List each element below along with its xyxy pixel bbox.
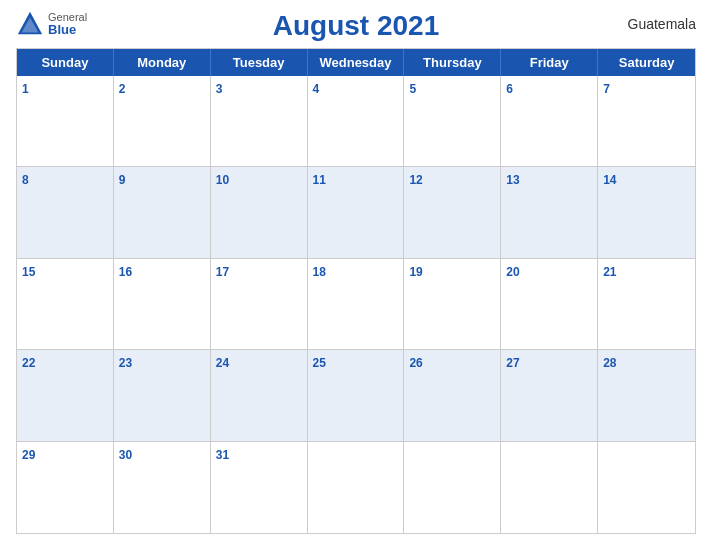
day-cell-1-0: 8 <box>17 167 114 258</box>
day-cell-4-4 <box>404 442 501 533</box>
date-number: 30 <box>119 448 132 462</box>
date-number: 14 <box>603 173 616 187</box>
day-cell-0-5: 6 <box>501 76 598 167</box>
day-cell-3-6: 28 <box>598 350 695 441</box>
day-cell-4-6 <box>598 442 695 533</box>
day-cell-1-5: 13 <box>501 167 598 258</box>
week-row-4: 22232425262728 <box>17 350 695 441</box>
day-cell-0-0: 1 <box>17 76 114 167</box>
date-number: 9 <box>119 173 126 187</box>
logo-area: General Blue <box>16 10 87 38</box>
date-number: 29 <box>22 448 35 462</box>
date-number: 5 <box>409 82 416 96</box>
date-number: 7 <box>603 82 610 96</box>
day-header-monday: Monday <box>114 49 211 76</box>
date-number: 31 <box>216 448 229 462</box>
date-number: 4 <box>313 82 320 96</box>
day-cell-2-0: 15 <box>17 259 114 350</box>
date-number: 28 <box>603 356 616 370</box>
date-number: 10 <box>216 173 229 187</box>
day-cell-0-6: 7 <box>598 76 695 167</box>
date-number: 21 <box>603 265 616 279</box>
day-cell-1-3: 11 <box>308 167 405 258</box>
day-cell-0-3: 4 <box>308 76 405 167</box>
date-number: 27 <box>506 356 519 370</box>
date-number: 3 <box>216 82 223 96</box>
day-cell-4-3 <box>308 442 405 533</box>
calendar-container: General Blue August 2021 Guatemala Sunda… <box>0 0 712 550</box>
day-cell-0-1: 2 <box>114 76 211 167</box>
date-number: 19 <box>409 265 422 279</box>
date-number: 15 <box>22 265 35 279</box>
day-cell-2-6: 21 <box>598 259 695 350</box>
week-row-2: 891011121314 <box>17 167 695 258</box>
logo-text: General Blue <box>48 11 87 37</box>
day-cell-3-1: 23 <box>114 350 211 441</box>
date-number: 20 <box>506 265 519 279</box>
day-cell-2-2: 17 <box>211 259 308 350</box>
day-cell-3-2: 24 <box>211 350 308 441</box>
day-cell-1-1: 9 <box>114 167 211 258</box>
day-cell-4-0: 29 <box>17 442 114 533</box>
day-cell-2-1: 16 <box>114 259 211 350</box>
country-name: Guatemala <box>628 16 696 32</box>
date-number: 12 <box>409 173 422 187</box>
day-cell-1-4: 12 <box>404 167 501 258</box>
day-cell-4-2: 31 <box>211 442 308 533</box>
day-header-friday: Friday <box>501 49 598 76</box>
day-cell-1-6: 14 <box>598 167 695 258</box>
day-cell-2-4: 19 <box>404 259 501 350</box>
logo-blue-text: Blue <box>48 23 87 37</box>
date-number: 11 <box>313 173 326 187</box>
date-number: 24 <box>216 356 229 370</box>
date-number: 22 <box>22 356 35 370</box>
day-cell-2-5: 20 <box>501 259 598 350</box>
date-number: 26 <box>409 356 422 370</box>
day-cell-3-5: 27 <box>501 350 598 441</box>
day-header-saturday: Saturday <box>598 49 695 76</box>
week-row-3: 15161718192021 <box>17 259 695 350</box>
date-number: 16 <box>119 265 132 279</box>
calendar-grid: Sunday Monday Tuesday Wednesday Thursday… <box>16 48 696 534</box>
day-cell-0-4: 5 <box>404 76 501 167</box>
date-number: 18 <box>313 265 326 279</box>
day-headers: Sunday Monday Tuesday Wednesday Thursday… <box>17 49 695 76</box>
week-row-1: 1234567 <box>17 76 695 167</box>
day-cell-3-3: 25 <box>308 350 405 441</box>
day-cell-4-5 <box>501 442 598 533</box>
day-header-tuesday: Tuesday <box>211 49 308 76</box>
day-cell-4-1: 30 <box>114 442 211 533</box>
day-header-sunday: Sunday <box>17 49 114 76</box>
date-number: 25 <box>313 356 326 370</box>
logo-icon <box>16 10 44 38</box>
day-header-wednesday: Wednesday <box>308 49 405 76</box>
day-cell-3-4: 26 <box>404 350 501 441</box>
date-number: 13 <box>506 173 519 187</box>
date-number: 1 <box>22 82 29 96</box>
date-number: 2 <box>119 82 126 96</box>
date-number: 17 <box>216 265 229 279</box>
date-number: 8 <box>22 173 29 187</box>
day-cell-1-2: 10 <box>211 167 308 258</box>
day-cell-0-2: 3 <box>211 76 308 167</box>
day-header-thursday: Thursday <box>404 49 501 76</box>
date-number: 23 <box>119 356 132 370</box>
date-number: 6 <box>506 82 513 96</box>
day-cell-2-3: 18 <box>308 259 405 350</box>
week-row-5: 293031 <box>17 442 695 533</box>
calendar-title: August 2021 <box>273 10 440 42</box>
day-cell-3-0: 22 <box>17 350 114 441</box>
weeks: 1234567891011121314151617181920212223242… <box>17 76 695 533</box>
calendar-header: General Blue August 2021 Guatemala <box>16 10 696 42</box>
